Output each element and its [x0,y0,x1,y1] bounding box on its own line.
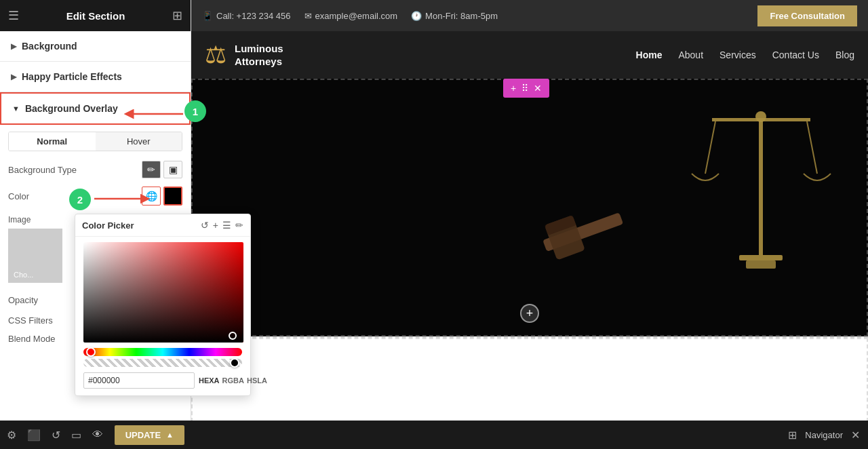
cp-add-icon[interactable]: + [213,220,218,231]
main-area: 📱 Call: +123 234 456 ✉ example@email.com… [191,0,868,449]
background-type-row: Background Type ✏ ▣ [0,157,191,182]
cp-alpha-slider[interactable] [83,359,242,367]
cp-hue-slider[interactable] [83,348,242,356]
email-info: ✉ example@email.com [304,11,398,21]
background-type-label: Background Type [8,165,77,175]
responsive-icon[interactable]: ▭ [71,429,81,442]
logo-icon: ⚖ [205,41,226,69]
layers-icon[interactable]: ⬛ [27,429,41,442]
color-globe-btn[interactable]: 🌐 [142,187,161,206]
nav-bar-expand-icon[interactable]: ⊞ [788,429,797,442]
cp-icons: ↺ + ☰ ✏ [201,220,243,231]
cp-mode-buttons: HEXA RGBA HSLA [199,376,267,385]
navigator-bar: ⊞ Navigator ✕ [191,421,868,449]
white-section-border [191,338,868,422]
hamburger-icon[interactable]: ☰ [8,8,19,23]
sidebar-item-particle[interactable]: ▶ Happy Particle Effects [0,62,191,92]
phone-text: Call: +123 234 456 [216,11,291,21]
sidebar-item-overlay[interactable]: ▼ Background Overlay [0,92,191,125]
clock-icon: 🕐 [411,11,422,21]
color-row: Color 🌐 [0,182,191,210]
hours-info: 🕐 Mon-Fri: 8am-5pm [411,11,498,21]
hero-add-btn[interactable]: + [520,304,539,323]
phone-icon: 📱 [202,11,213,21]
section-move-btn[interactable]: ⠿ [519,81,530,95]
sidebar-item-particle-label: Happy Particle Effects [22,71,122,82]
email-icon: ✉ [304,11,312,21]
cp-mode-rgba[interactable]: RGBA [222,376,244,385]
cp-hue-thumb [86,347,96,357]
sidebar-item-background-label: Background [22,41,77,52]
tab-hover[interactable]: Hover [96,132,182,151]
update-button[interactable]: UPDATE ▲ [115,425,184,445]
blend-mode-label: Blend Mode [8,334,55,344]
nav-about[interactable]: About [678,50,703,60]
cp-mode-hexa[interactable]: HEXA [199,376,220,385]
svg-rect-6 [746,260,776,269]
opacity-label: Opacity [8,295,38,305]
color-controls: 🌐 [142,187,182,206]
arrow-icon-particle: ▶ [11,73,16,81]
navigator-label: Navigator [805,430,843,440]
section-close-btn[interactable]: ✕ [532,81,544,95]
white-section [191,336,868,422]
cp-list-icon[interactable]: ☰ [222,220,231,231]
cp-gradient-bg [83,242,243,343]
svg-line-4 [807,121,817,174]
history-icon[interactable]: ↺ [52,429,60,442]
phone-info: 📱 Call: +123 234 456 [202,11,291,21]
arrow-icon-overlay: ▼ [12,104,20,113]
site-logo: ⚖ Luminous Attorneys [205,41,283,69]
site-header: ⚖ Luminous Attorneys + ⠿ ✕ Home About Se… [191,31,868,79]
image-preview-container: Cho... [8,229,62,283]
svg-rect-0 [759,119,763,255]
hours-text: Mon-Fri: 8am-5pm [425,11,498,21]
preview-icon[interactable]: 👁 [92,429,103,442]
type-button-group: ✏ ▣ [142,161,182,178]
toolbar-icons: ⚙ ⬛ ↺ ▭ 👁 [7,429,103,442]
site-nav: Home About Services Contact Us Blog [636,50,854,60]
update-label: UPDATE [125,430,161,440]
logo-text: Luminous Attorneys [235,42,283,69]
settings-icon[interactable]: ⚙ [7,429,16,442]
nav-home[interactable]: Home [636,50,663,60]
cp-hex-input[interactable] [83,372,195,389]
sidebar-item-overlay-label: Background Overlay [25,103,118,114]
bottom-toolbar: ⚙ ⬛ ↺ ▭ 👁 UPDATE ▲ [0,421,191,449]
cp-alpha-thumb [230,358,239,368]
sidebar-header: ☰ Edit Section ⊞ [0,0,191,31]
type-btn-square[interactable]: ▣ [163,161,182,178]
css-filters-label: CSS Filters [8,315,53,326]
grid-icon[interactable]: ⊞ [172,8,182,23]
nav-blog[interactable]: Blog [835,50,854,60]
hero-section: + [191,79,868,336]
section-toolbar: + ⠿ ✕ [503,79,549,98]
svg-rect-5 [739,255,783,260]
sidebar-title: Edit Section [66,10,125,22]
cp-eyedropper-icon[interactable]: ✏ [235,220,243,231]
nav-services[interactable]: Services [719,50,756,60]
type-btn-pencil[interactable]: ✏ [142,161,161,178]
logo-name-line2: Attorneys [235,55,283,69]
svg-point-2 [755,111,766,122]
section-add-btn[interactable]: + [509,81,518,95]
annotation-2: 2 [69,189,91,210]
cp-refresh-icon[interactable]: ↺ [201,220,209,231]
state-tabs: Normal Hover [8,132,182,151]
cp-gradient[interactable] [83,242,243,343]
svg-line-3 [705,121,715,174]
free-consultation-btn[interactable]: Free Consultation [757,5,857,26]
color-swatch[interactable] [163,187,182,206]
annotation-1: 1 [184,100,206,122]
cp-mode-hsla[interactable]: HSLA [247,376,267,385]
cp-header: Color Picker ↺ + ☰ ✏ [75,214,250,237]
tab-normal[interactable]: Normal [9,132,96,151]
sidebar-item-background[interactable]: ▶ Background [0,31,191,62]
nav-contact[interactable]: Contact Us [772,50,819,60]
color-label: Color [8,191,29,201]
navigator-close-btn[interactable]: ✕ [851,429,860,442]
top-bar-info: 📱 Call: +123 234 456 ✉ example@email.com… [202,11,498,21]
email-text: example@email.com [315,11,398,21]
logo-name-line1: Luminous [235,42,283,56]
chevron-up-icon: ▲ [166,431,174,439]
